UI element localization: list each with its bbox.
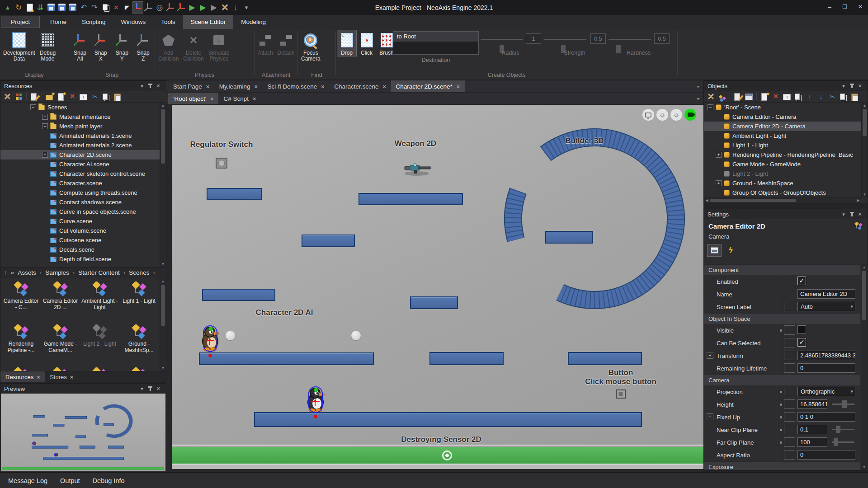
- asset-card[interactable]: Light 2 - Light: [80, 321, 119, 364]
- platform-object[interactable]: [429, 352, 504, 365]
- quick-access-icon[interactable]: [176, 2, 186, 13]
- toolbar-icon[interactable]: [14, 92, 24, 102]
- checkbox[interactable]: [797, 277, 806, 285]
- property-row[interactable]: Enabled: [704, 275, 860, 288]
- scene-sprite[interactable]: [216, 158, 227, 169]
- close-tab-icon[interactable]: [457, 83, 460, 90]
- tree-item[interactable]: Light 1 - Light: [704, 141, 861, 150]
- close-icon[interactable]: [853, 0, 868, 14]
- toolbar-icon[interactable]: [44, 92, 55, 102]
- property-row[interactable]: Near Clip Plane 0.1 0.1: [704, 423, 860, 436]
- quick-access-icon[interactable]: [24, 2, 34, 13]
- checkbox[interactable]: [797, 338, 806, 347]
- document-tab[interactable]: 'Root object': [168, 93, 218, 104]
- close-icon[interactable]: [154, 385, 162, 393]
- asset-card[interactable]: [119, 364, 159, 371]
- strength-slider[interactable]: [544, 39, 586, 40]
- asset-card[interactable]: [1, 364, 41, 371]
- property-row[interactable]: Exposure: [704, 461, 860, 470]
- quick-access-icon[interactable]: ▶: [187, 2, 197, 13]
- panel-menu-icon[interactable]: [138, 82, 146, 90]
- property-row[interactable]: Visible: [704, 324, 860, 337]
- toolbar-icon[interactable]: [78, 92, 89, 102]
- tree-item[interactable]: Scenes: [0, 103, 166, 112]
- tree-item[interactable]: Rendering Pipeline - RenderingPipeline_B…: [704, 150, 861, 160]
- toolbar-icon[interactable]: [717, 92, 728, 102]
- quick-access-icon[interactable]: [100, 2, 110, 13]
- reference-button[interactable]: [784, 425, 795, 434]
- close-tab-icon[interactable]: [206, 83, 209, 90]
- close-tab-icon[interactable]: [255, 83, 258, 90]
- reference-button[interactable]: [784, 302, 795, 311]
- toolbar-icon[interactable]: [112, 92, 123, 102]
- text-field[interactable]: Camera Editor 2D: [797, 289, 855, 299]
- panel-tab[interactable]: Stores: [45, 371, 78, 382]
- text-field[interactable]: 2.48651783389443 3: [797, 351, 855, 360]
- toolbar-icon[interactable]: [2, 92, 13, 102]
- platform-object[interactable]: [545, 231, 593, 244]
- platform-object[interactable]: [202, 289, 275, 301]
- expander-icon[interactable]: [30, 104, 36, 110]
- dropdown[interactable]: Orthographic: [797, 387, 855, 396]
- pin-icon[interactable]: [848, 82, 856, 90]
- close-tab-icon[interactable]: [253, 95, 256, 102]
- ribbon-button[interactable]: Detach: [276, 30, 296, 56]
- expander-icon[interactable]: [42, 152, 48, 158]
- pin-icon[interactable]: [848, 210, 856, 218]
- platform-object[interactable]: [199, 352, 374, 365]
- ribbon-button[interactable]: Development Data: [1, 30, 37, 62]
- toolbar-icon[interactable]: [90, 92, 100, 102]
- maximize-icon[interactable]: [837, 0, 853, 14]
- radius-value[interactable]: 1: [526, 33, 541, 44]
- property-row[interactable]: Component: [704, 264, 860, 275]
- viewport-button[interactable]: [642, 109, 654, 121]
- toolbar-icon[interactable]: [728, 92, 732, 102]
- ribbon-button[interactable]: Snap All: [71, 30, 90, 62]
- property-row[interactable]: Can Be Selected: [704, 337, 860, 349]
- sensor-sphere[interactable]: [351, 331, 361, 340]
- quick-access-icon[interactable]: ◤: [122, 2, 132, 13]
- close-icon[interactable]: [856, 82, 864, 90]
- tree-item[interactable]: Group Of Objects - GroupOfObjects: [704, 188, 861, 197]
- destination-listbox[interactable]: to Root: [393, 31, 479, 55]
- toolbar-icon[interactable]: [40, 92, 44, 102]
- toolbar-icon[interactable]: [706, 92, 717, 102]
- property-row[interactable]: Remaining Lifetime 0 0: [704, 362, 860, 375]
- ribbon-tab[interactable]: Project: [1, 16, 40, 28]
- scrollbar-vertical[interactable]: ▲ ▼: [160, 103, 166, 267]
- status-bar-item[interactable]: Debug Info: [93, 477, 125, 484]
- tree-item[interactable]: Depth of field.scene: [0, 254, 166, 264]
- toolbar-icon[interactable]: [29, 92, 40, 102]
- panel-menu-icon[interactable]: [840, 210, 848, 218]
- toolbar-icon[interactable]: [782, 92, 793, 102]
- strength-value[interactable]: 0.5: [590, 33, 606, 44]
- close-icon[interactable]: [154, 82, 162, 90]
- scrollbar-vertical[interactable]: ▲ ▼: [861, 103, 868, 197]
- ribbon-tab[interactable]: Scripting: [74, 15, 113, 29]
- asset-card[interactable]: Ground - MeshInSp...: [119, 321, 159, 364]
- toolbar-icon[interactable]: [732, 92, 743, 102]
- quick-access-icon[interactable]: ▾: [241, 2, 251, 13]
- text-field[interactable]: 0.1: [797, 425, 827, 434]
- tree-item[interactable]: Mesh paint layer: [0, 122, 166, 131]
- value-slider[interactable]: [832, 429, 854, 430]
- quick-access-icon[interactable]: ◎: [155, 2, 165, 13]
- reference-button[interactable]: [784, 387, 795, 396]
- focus-camera-button[interactable]: Focus Camera: [299, 30, 322, 62]
- breadcrumb-item[interactable]: Starter Content›: [78, 269, 125, 276]
- close-tab-icon[interactable]: [382, 83, 386, 90]
- platform-object[interactable]: [410, 296, 458, 309]
- tree-item[interactable]: Compute using threads.scene: [0, 188, 166, 197]
- quick-access-icon[interactable]: [220, 2, 230, 13]
- ribbon-button[interactable]: Snap Y: [112, 30, 132, 62]
- tree-item[interactable]: Game Mode - GameMode: [704, 160, 861, 169]
- expander-icon[interactable]: [708, 104, 713, 110]
- toolbar-icon[interactable]: [67, 92, 78, 102]
- property-row[interactable]: Projection Orthographic Orthographic: [704, 385, 860, 398]
- quick-access-icon[interactable]: [46, 2, 56, 13]
- quick-access-icon[interactable]: ↓: [231, 2, 241, 13]
- back-icon[interactable]: «: [11, 269, 14, 276]
- viewport-button[interactable]: [684, 109, 696, 121]
- document-tab[interactable]: My.learning: [214, 80, 263, 92]
- reference-button[interactable]: [784, 338, 795, 347]
